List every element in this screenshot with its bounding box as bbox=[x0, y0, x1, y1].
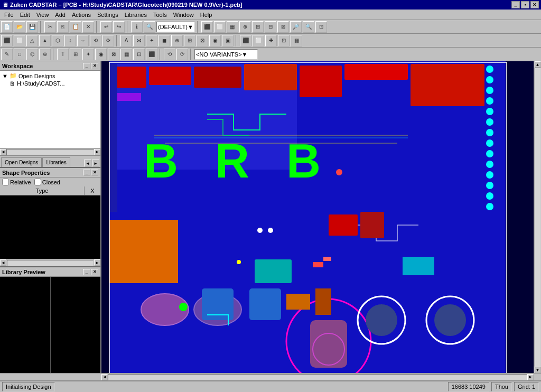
menu-file[interactable]: File bbox=[1, 11, 17, 19]
lib-preview-minimize[interactable]: _ bbox=[83, 269, 90, 275]
scroll-up-button[interactable]: ▲ bbox=[535, 61, 541, 68]
menu-actions[interactable]: Actions bbox=[69, 11, 94, 19]
undo-button[interactable]: ↩ bbox=[100, 21, 112, 33]
menu-window[interactable]: Window bbox=[170, 11, 197, 19]
tb-btn-f[interactable]: ⊟ bbox=[265, 21, 276, 33]
info-button[interactable]: ℹ bbox=[131, 21, 143, 33]
ws-scroll-right[interactable]: ► bbox=[94, 149, 100, 155]
t2-btn-19[interactable]: ⬛ bbox=[240, 35, 251, 46]
shape-props-scrollbar[interactable]: ◄ ► bbox=[0, 259, 100, 266]
menu-tools[interactable]: Tools bbox=[150, 11, 170, 19]
t2-btn-10[interactable]: A bbox=[120, 35, 132, 46]
t2-btn-4[interactable]: ▲ bbox=[39, 35, 51, 46]
t2-btn-14[interactable]: ⊕ bbox=[171, 35, 183, 46]
t3-btn-6[interactable]: ⊞ bbox=[70, 49, 81, 60]
menu-add[interactable]: Add bbox=[52, 11, 69, 19]
lib-preview-controls[interactable]: _ ✕ bbox=[83, 269, 98, 275]
canvas-scroll-track[interactable] bbox=[108, 374, 527, 380]
tree-open-designs[interactable]: ▼ 📁 Open Designs bbox=[1, 72, 99, 80]
t2-btn-17[interactable]: ◉ bbox=[209, 35, 221, 46]
menu-libraries[interactable]: Libraries bbox=[122, 11, 150, 19]
workspace-close-btn[interactable]: ✕ bbox=[91, 63, 98, 69]
zoom-all-button[interactable]: ⊡ bbox=[315, 21, 327, 33]
tb-btn-e[interactable]: ⊞ bbox=[252, 21, 264, 33]
delete-button[interactable]: ✕ bbox=[82, 21, 94, 33]
t3-btn-12[interactable]: ⬛ bbox=[146, 49, 157, 60]
relative-checkbox[interactable] bbox=[2, 179, 9, 185]
workspace-title-controls[interactable]: _ ✕ bbox=[83, 63, 98, 69]
closed-checkbox[interactable] bbox=[34, 179, 41, 185]
lib-preview-close[interactable]: ✕ bbox=[91, 269, 98, 275]
paste-button[interactable]: 📋 bbox=[70, 21, 81, 33]
t2-btn-13[interactable]: ◼ bbox=[158, 35, 170, 46]
t3-btn-8[interactable]: ◉ bbox=[95, 49, 107, 60]
close-button[interactable]: ✕ bbox=[530, 1, 539, 8]
t2-btn-18[interactable]: ▣ bbox=[222, 35, 234, 46]
copy-button[interactable]: ⎘ bbox=[57, 21, 69, 33]
t2-btn-7[interactable]: ↔ bbox=[77, 35, 89, 46]
tb-btn-g[interactable]: ⊠ bbox=[277, 21, 289, 33]
tb-btn-c[interactable]: ▦ bbox=[227, 21, 238, 33]
t3-btn-9[interactable]: ⊠ bbox=[108, 49, 119, 60]
redo-button[interactable]: ↪ bbox=[113, 21, 125, 33]
variant-dropdown[interactable]: <NO VARIANTS>▼ bbox=[194, 49, 258, 60]
minimize-button[interactable]: _ bbox=[511, 1, 520, 8]
t2-btn-12[interactable]: ✦ bbox=[146, 35, 157, 46]
menu-settings[interactable]: Settings bbox=[94, 11, 122, 19]
tb-btn-a[interactable]: ⬛ bbox=[201, 21, 213, 33]
zoom-in-button[interactable]: 🔎 bbox=[290, 21, 302, 33]
shape-props-controls[interactable]: _ ✕ bbox=[83, 170, 98, 176]
t3-btn-2[interactable]: □ bbox=[14, 49, 25, 60]
t2-btn-9[interactable]: ⟳ bbox=[102, 35, 114, 46]
t3-btn-11[interactable]: ⊡ bbox=[133, 49, 145, 60]
t2-btn-23[interactable]: ▦ bbox=[291, 35, 302, 46]
save-button[interactable]: 💾 bbox=[26, 21, 38, 33]
cut-button[interactable]: ✂ bbox=[44, 21, 56, 33]
tree-file-item[interactable]: 🗎 H:\Study\CADST... bbox=[1, 80, 99, 87]
t2-btn-3[interactable]: △ bbox=[26, 35, 38, 46]
t3-btn-14[interactable]: ⟳ bbox=[176, 49, 188, 60]
t2-btn-6[interactable]: ↕ bbox=[64, 35, 76, 46]
ws-nav-left[interactable]: ◄ bbox=[84, 160, 91, 167]
t2-btn-22[interactable]: ⊡ bbox=[278, 35, 290, 46]
zoom-out-button[interactable]: 🔍 bbox=[303, 21, 314, 33]
t3-btn-7[interactable]: ✦ bbox=[82, 49, 94, 60]
tb-btn-b[interactable]: ⬜ bbox=[214, 21, 226, 33]
t3-btn-5[interactable]: T bbox=[57, 49, 69, 60]
t2-btn-16[interactable]: ⊠ bbox=[197, 35, 208, 46]
ws-nav-right[interactable]: ► bbox=[92, 160, 99, 167]
canvas-horizontal-scroll[interactable]: ◄ ► bbox=[101, 374, 534, 380]
t2-btn-2[interactable]: ⬜ bbox=[14, 35, 25, 46]
sp-scroll-right[interactable]: ► bbox=[94, 259, 100, 266]
tab-libraries[interactable]: Libraries bbox=[42, 157, 70, 167]
sp-scroll-left[interactable]: ◄ bbox=[0, 259, 6, 266]
t3-btn-10[interactable]: ▦ bbox=[120, 49, 132, 60]
t3-btn-3[interactable]: ⌬ bbox=[26, 49, 38, 60]
t2-btn-11[interactable]: ⋈ bbox=[133, 35, 145, 46]
ws-scroll-left[interactable]: ◄ bbox=[0, 149, 6, 155]
scroll-track-vertical[interactable] bbox=[535, 68, 541, 367]
ws-scroll-track[interactable] bbox=[6, 149, 94, 155]
canvas-scroll-right[interactable]: ► bbox=[527, 374, 534, 380]
menu-view[interactable]: View bbox=[33, 11, 52, 19]
menu-edit[interactable]: Edit bbox=[17, 11, 33, 19]
x-column-header[interactable]: X bbox=[85, 186, 100, 195]
scroll-down-button[interactable]: ▼ bbox=[535, 367, 541, 373]
t2-btn-15[interactable]: ⊞ bbox=[184, 35, 195, 46]
t2-btn-21[interactable]: ✚ bbox=[265, 35, 277, 46]
t3-btn-13[interactable]: ⟲ bbox=[164, 49, 175, 60]
shape-props-close[interactable]: ✕ bbox=[91, 170, 98, 176]
t3-btn-4[interactable]: ⊕ bbox=[39, 49, 51, 60]
t2-btn-20[interactable]: ⬜ bbox=[253, 35, 264, 46]
tb-btn-d[interactable]: ⊕ bbox=[239, 21, 251, 33]
layer-dropdown[interactable]: (DEFAULT)▼ bbox=[156, 22, 195, 32]
t2-btn-1[interactable]: ⬛ bbox=[1, 35, 13, 46]
closed-checkbox-group[interactable]: Closed bbox=[34, 179, 60, 185]
new-button[interactable]: 📄 bbox=[1, 21, 13, 33]
menu-help[interactable]: Help bbox=[197, 11, 216, 19]
right-scrollbar[interactable]: ▲ ▼ bbox=[534, 61, 541, 373]
title-bar-controls[interactable]: _ ▪ ✕ bbox=[511, 1, 539, 8]
open-button[interactable]: 📂 bbox=[14, 21, 25, 33]
t2-btn-8[interactable]: ⟲ bbox=[90, 35, 101, 46]
relative-checkbox-group[interactable]: Relative bbox=[2, 179, 31, 185]
